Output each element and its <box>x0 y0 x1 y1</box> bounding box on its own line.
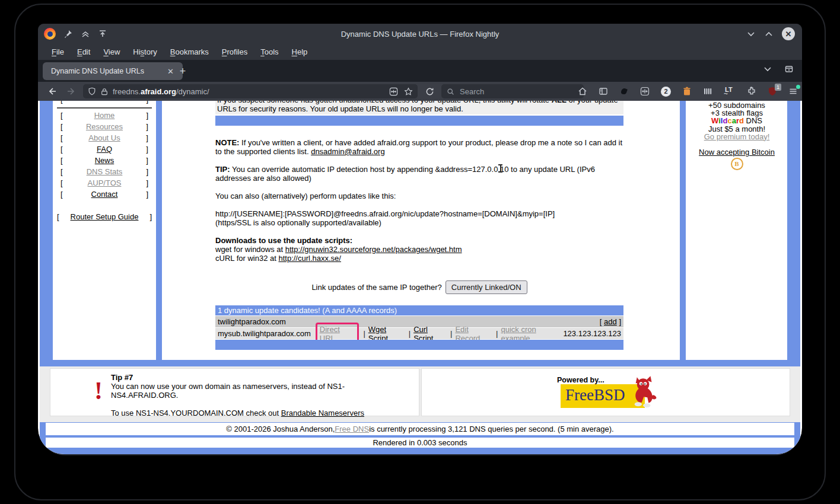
sidebar-link[interactable]: FAQ <box>97 145 112 154</box>
firefox-logo-icon <box>44 28 56 40</box>
downloads-heading: Downloads to use the update scripts: <box>215 236 623 245</box>
text-segment: © 2001-2026 Joshua Anderson, <box>226 425 335 433</box>
sidebar-items: [Home][Resources][About Us][FAQ][News][D… <box>53 110 156 200</box>
sidebar: [] [Home][Resources][About Us][FAQ][News… <box>53 101 156 222</box>
sidebar-link[interactable]: DNS Stats <box>87 167 123 176</box>
menu-bookmarks[interactable]: Bookmarks <box>165 46 214 58</box>
search-icon <box>447 88 454 95</box>
titlebar: Dynamic DNS Update URLs — Firefox Nightl… <box>38 24 802 44</box>
extensions-puzzle-icon[interactable] <box>747 87 756 96</box>
bottom-band: ! Tip #7 You can now use your own domain… <box>40 366 800 422</box>
sidebar-item-faq: [FAQ] <box>61 143 148 155</box>
sidebar-link[interactable]: AUP/TOS <box>88 178 122 187</box>
rendered-text: Rendered in 0.003 seconds <box>373 438 467 447</box>
sidebar-item-aup-tos: [AUP/TOS] <box>61 177 148 189</box>
page-viewport: [] [Home][Resources][About Us][FAQ][News… <box>38 101 802 454</box>
table-header: 1 dynamic update candidates! (A and AAAA… <box>215 305 623 315</box>
lock-icon[interactable] <box>101 88 108 95</box>
menu-view[interactable]: View <box>98 46 125 58</box>
back-button[interactable] <box>45 84 59 98</box>
blue-separator-bar-1 <box>215 116 623 126</box>
menu-profiles[interactable]: Profiles <box>217 46 253 58</box>
tab-title: Dynamic DNS Update URLs <box>51 67 164 75</box>
shield-icon[interactable] <box>88 87 96 95</box>
keep-above-icon[interactable] <box>81 29 90 39</box>
bookmark-star-icon[interactable] <box>404 87 413 96</box>
tip-body: You can now use your own domain as names… <box>111 382 360 400</box>
bitcoin-icon: B <box>731 158 743 170</box>
maximize-icon[interactable] <box>764 29 774 39</box>
tip-paragraph: TIP: You can override automatic IP detec… <box>215 165 623 183</box>
extension-lt-icon[interactable]: LT ~ <box>724 86 736 97</box>
inline-link[interactable]: http://curl.haxx.se/ <box>278 254 341 263</box>
app-menu-icon[interactable] <box>788 87 798 96</box>
sidebar-link[interactable]: Home <box>94 111 115 120</box>
freebsd-text: FreeBSD <box>565 386 625 404</box>
inline-link[interactable]: Free DNS <box>335 425 369 433</box>
add-link-wrap: [ add ] <box>600 317 621 326</box>
search-bar[interactable] <box>441 84 584 98</box>
copyright-bar: © 2001-2026 Joshua Anderson, Free DNS is… <box>46 423 794 435</box>
reload-button[interactable] <box>422 84 437 98</box>
containers-icon[interactable] <box>784 64 794 74</box>
inline-link[interactable]: Brandable Nameservers <box>281 409 364 417</box>
sidebar-toggle-icon[interactable] <box>599 87 608 96</box>
firefox-window: Dynamic DNS Update URLs — Firefox Nightl… <box>38 24 802 455</box>
page-left-border <box>40 101 53 360</box>
currently-linked-button[interactable]: Currently Linked/ON <box>446 280 527 294</box>
sidebar-item-router-guide: [ Router Setup Guide ] <box>57 211 152 222</box>
sidebar-link[interactable]: About Us <box>88 133 120 142</box>
window-title: Dynamic DNS Update URLs — Firefox Nightl… <box>38 30 802 39</box>
list-all-tabs-icon[interactable] <box>763 64 772 74</box>
tab-dynamic-dns[interactable]: Dynamic DNS Update URLs ✕ <box>43 62 183 80</box>
record-ip: 123.123.123.123 <box>563 329 621 338</box>
inline-link[interactable]: http://gnuwin32.sourceforge.net/packages… <box>285 245 462 254</box>
new-tab-button[interactable]: + <box>176 64 190 78</box>
menu-file[interactable]: File <box>46 46 69 58</box>
forward-button[interactable] <box>64 84 78 98</box>
router-setup-guide-link[interactable]: Router Setup Guide <box>71 212 139 221</box>
search-input[interactable] <box>459 87 556 97</box>
text-cursor <box>498 164 503 173</box>
pin-icon[interactable] <box>63 29 73 39</box>
go-premium-link[interactable]: Go premium today! <box>704 132 770 141</box>
rotate-warning-text: If you suspect someone has gotten unauth… <box>215 101 623 114</box>
tip-box: ! Tip #7 You can now use your own domain… <box>50 368 419 416</box>
menu-tools[interactable]: Tools <box>255 46 284 58</box>
ublock-icon[interactable]: 1 <box>768 87 777 96</box>
record-row: mysub.twilightparadox.com Direct URL|Wge… <box>215 328 623 339</box>
note-paragraph: NOTE: If you've written a client, or hav… <box>215 138 623 156</box>
menu-history[interactable]: History <box>128 46 162 58</box>
inline-link[interactable]: dnsadmin@afraid.org <box>311 147 384 156</box>
shade-icon[interactable] <box>98 29 107 39</box>
menu-help[interactable]: Help <box>287 46 313 58</box>
tab-close-icon[interactable]: ✕ <box>164 66 177 77</box>
trash-extension-icon[interactable] <box>682 87 692 96</box>
text-segment: is currently processing 3,121 DNS querie… <box>369 425 614 433</box>
extension-boxed-arrows-icon[interactable] <box>640 87 650 96</box>
profile-badge-icon[interactable]: 2 <box>661 87 671 97</box>
close-button[interactable]: ✕ <box>782 27 795 40</box>
sidebar-link[interactable]: Resources <box>86 122 123 131</box>
vertical-bars-icon[interactable] <box>703 87 712 96</box>
sidebar-link[interactable]: Contact <box>91 190 118 199</box>
update-url-example: http://[USERNAME]:[PASSWORD]@freedns.afr… <box>215 209 623 227</box>
home-icon[interactable] <box>578 87 587 96</box>
link-updates-question: Link updates of the same IP together? <box>311 283 441 292</box>
menu-edit[interactable]: Edit <box>72 46 96 58</box>
url-bar[interactable]: freedns.afraid.org/dynamic/ <box>83 84 418 98</box>
text-segment: wget for windows at <box>215 245 285 254</box>
extension-dark-icon[interactable] <box>619 87 629 96</box>
alt-update-line: You can also (alternatively) perform upd… <box>215 192 623 200</box>
sidebar-link[interactable]: News <box>95 156 114 165</box>
download-wget-line: wget for windows at http://gnuwin32.sour… <box>215 245 623 254</box>
text-segment: NOTE: <box>215 138 239 147</box>
ublock-badge: 1 <box>775 84 781 91</box>
sidebar-divider-line <box>57 107 152 109</box>
page-action-icon[interactable] <box>389 87 398 96</box>
menu-notification-dot <box>796 85 800 89</box>
add-link[interactable]: add <box>604 317 617 326</box>
minimize-icon[interactable] <box>746 29 756 39</box>
sidebar-item-contact: [Contact] <box>61 189 148 200</box>
bitcoin-link[interactable]: Now accepting Bitcoin <box>699 148 775 157</box>
